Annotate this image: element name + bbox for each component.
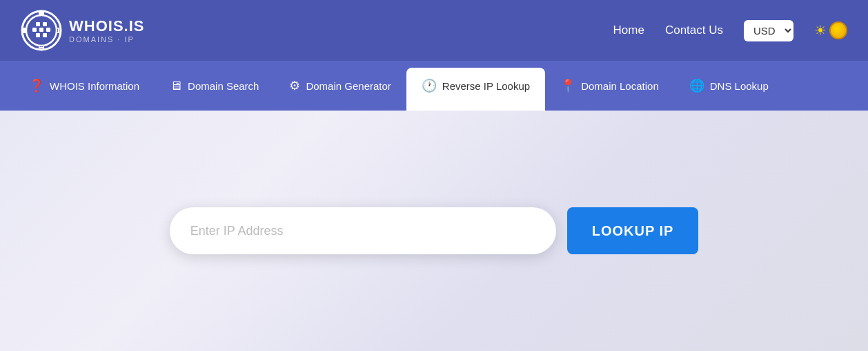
main-content: LOOKUP IP <box>0 111 868 351</box>
domain-generator-icon: ⚙ <box>289 78 300 93</box>
toggle-coin <box>829 21 847 39</box>
logo-text: WHOIS.IS DOMAINS · IP <box>69 17 144 44</box>
svg-rect-5 <box>46 28 50 32</box>
svg-rect-2 <box>43 22 47 26</box>
nav-item-domain-location[interactable]: 📍Domain Location <box>545 61 674 111</box>
logo-main: WHOIS.IS <box>69 17 144 35</box>
nav-item-whois[interactable]: ❓WHOIS Information <box>14 61 155 111</box>
header: WHOIS.IS DOMAINS · IP Home Contact Us US… <box>0 0 868 61</box>
nav-item-domain-search[interactable]: 🖥Domain Search <box>155 61 274 111</box>
header-nav: Home Contact Us USD EUR GBP ☀ <box>613 20 847 41</box>
reverse-ip-icon: 🕐 <box>422 78 437 93</box>
nav-item-reverse-ip[interactable]: 🕐Reverse IP Lookup <box>406 68 545 111</box>
domain-location-icon: 📍 <box>560 78 575 93</box>
ip-input[interactable] <box>170 207 556 254</box>
dns-lookup-icon: 🌐 <box>689 78 704 93</box>
svg-rect-6 <box>36 33 40 37</box>
contact-link[interactable]: Contact Us <box>665 23 723 37</box>
svg-rect-1 <box>36 22 40 26</box>
svg-rect-4 <box>32 28 37 32</box>
navbar: ❓WHOIS Information🖥Domain Search⚙Domain … <box>0 61 868 111</box>
nav-label-domain-location: Domain Location <box>581 80 659 92</box>
nav-label-whois: WHOIS Information <box>50 80 139 92</box>
search-section: LOOKUP IP <box>170 207 699 254</box>
nav-label-domain-search: Domain Search <box>188 80 259 92</box>
logo-icon <box>21 10 62 51</box>
logo-sub: DOMAINS · IP <box>69 35 144 44</box>
home-link[interactable]: Home <box>613 23 644 37</box>
domain-search-icon: 🖥 <box>170 79 182 93</box>
currency-dropdown[interactable]: USD EUR GBP <box>744 20 793 41</box>
nav-label-reverse-ip: Reverse IP Lookup <box>442 80 530 92</box>
nav-label-dns-lookup: DNS Lookup <box>710 80 769 92</box>
nav-label-domain-generator: Domain Generator <box>306 80 391 92</box>
theme-toggle[interactable]: ☀ <box>814 21 847 39</box>
nav-item-dns-lookup[interactable]: 🌐DNS Lookup <box>674 61 784 111</box>
lookup-button[interactable]: LOOKUP IP <box>567 207 699 254</box>
nav-item-domain-generator[interactable]: ⚙Domain Generator <box>274 61 406 111</box>
sun-icon: ☀ <box>814 22 827 39</box>
whois-icon: ❓ <box>29 78 44 93</box>
logo-area: WHOIS.IS DOMAINS · IP <box>21 10 144 51</box>
svg-rect-3 <box>39 28 43 32</box>
svg-rect-7 <box>43 33 47 37</box>
